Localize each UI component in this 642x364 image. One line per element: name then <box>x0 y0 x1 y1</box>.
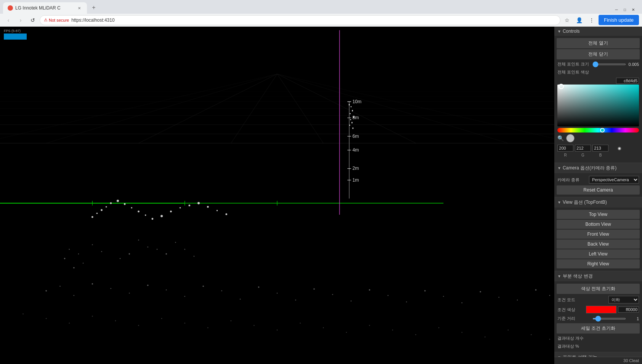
svg-point-65 <box>92 283 93 285</box>
svg-point-87 <box>498 297 499 298</box>
condition-color-row: 조건 색상 <box>554 305 642 315</box>
svg-point-111 <box>46 318 47 319</box>
color-gradient-picker[interactable] <box>557 85 639 126</box>
color-reset-button[interactable]: 색상 전체 초기화 <box>557 284 640 294</box>
camera-section: ▼ Camera 옵션(카메라 종류) 카메라 종류 PerspectiveCa… <box>554 163 642 197</box>
right-view-button[interactable]: Right View <box>557 259 640 268</box>
blue-input[interactable] <box>592 145 608 152</box>
svg-point-54 <box>148 246 148 247</box>
back-button[interactable]: ‹ <box>3 15 14 26</box>
condition-mode-select[interactable]: 이하 이상 같음 <box>608 296 639 303</box>
front-view-button[interactable]: Front View <box>557 230 640 239</box>
svg-point-59 <box>175 242 176 243</box>
svg-point-121 <box>277 330 278 330</box>
finish-update-button[interactable]: Finish update <box>599 15 639 25</box>
svg-point-53 <box>138 239 139 240</box>
svg-point-88 <box>517 300 518 300</box>
svg-point-96 <box>117 200 119 202</box>
all-close-button[interactable]: 전체 닫기 <box>557 49 640 59</box>
forward-button[interactable]: › <box>15 15 26 26</box>
svg-point-80 <box>369 289 371 291</box>
3d-viewport[interactable]: FPS (5-87) <box>0 27 554 364</box>
view-section-body: Top View Bottom View Front View Back Vie… <box>554 208 642 271</box>
svg-point-48 <box>64 258 66 259</box>
eyedropper-row: 🔍 <box>557 134 639 142</box>
top-view-button[interactable]: Top View <box>557 210 640 219</box>
address-bar[interactable]: ⚠ Not secure https://localhost:4310 <box>40 15 560 25</box>
scene-canvas[interactable]: 10m 8m 6m 4m 2m 1m <box>0 27 554 364</box>
svg-point-132 <box>531 334 531 335</box>
svg-point-84 <box>443 296 444 297</box>
camera-type-label: 카메라 종류 <box>557 177 587 183</box>
svg-point-98 <box>131 207 133 209</box>
eyedropper-icon[interactable]: 🔍 <box>557 135 564 141</box>
profile-icon[interactable]: 👤 <box>574 15 585 26</box>
controls-body: 전체 열기 전체 닫기 전체 포인트 크기 0.005 전체 포인트 색상 <box>554 36 642 163</box>
svg-point-85 <box>461 302 462 303</box>
color-change-header[interactable]: ▼ 부분 색상 변경 <box>554 271 642 281</box>
svg-point-69 <box>166 289 167 290</box>
base-distance-label: 기준 거리 <box>557 316 591 321</box>
new-tab-button[interactable]: + <box>88 2 99 13</box>
hue-bar[interactable] <box>557 128 639 133</box>
point-size-slider[interactable] <box>592 64 626 65</box>
svg-point-123 <box>323 327 324 328</box>
red-input[interactable] <box>557 145 573 152</box>
detail-reset-button[interactable]: 세밀 조건 초기화 <box>557 323 640 334</box>
back-view-button[interactable]: Back View <box>557 239 640 249</box>
bookmark-star-icon[interactable]: ☆ <box>562 15 573 26</box>
svg-point-113 <box>92 316 93 316</box>
camera-section-body: 카메라 종류 PerspectiveCamera OrthographicCam… <box>554 173 642 197</box>
condition-color-hex-input[interactable] <box>618 307 639 313</box>
active-tab[interactable]: LG Innotek MLiDAR C ✕ <box>3 2 87 14</box>
color-hex-input[interactable] <box>616 78 639 84</box>
green-input[interactable] <box>575 145 591 152</box>
controls-title: Controls <box>563 29 580 34</box>
svg-point-119 <box>231 320 231 321</box>
minimize-button[interactable]: ─ <box>614 7 619 12</box>
svg-point-49 <box>92 244 93 245</box>
controls-header[interactable]: ▼ Controls <box>554 27 642 36</box>
svg-point-99 <box>138 211 140 212</box>
refresh-button[interactable]: ↺ <box>27 15 38 26</box>
svg-point-130 <box>485 337 485 337</box>
bottom-view-button[interactable]: Bottom View <box>557 220 640 229</box>
camera-type-select[interactable]: PerspectiveCamera OrthographicCamera <box>589 176 639 184</box>
svg-point-100 <box>145 214 146 216</box>
close-window-button[interactable]: ✕ <box>631 7 636 12</box>
svg-point-83 <box>424 290 426 292</box>
svg-point-86 <box>480 291 481 292</box>
reset-camera-button[interactable]: Reset Camera <box>557 185 640 195</box>
svg-point-67 <box>129 293 130 294</box>
svg-point-56 <box>120 258 120 259</box>
point-size-value: 0.005 <box>628 62 639 67</box>
tab-close-button[interactable]: ✕ <box>76 5 82 11</box>
svg-point-55 <box>128 253 130 255</box>
color-picker-area: 🔍 ◉ R G B <box>554 76 642 161</box>
svg-rect-41 <box>353 117 355 118</box>
svg-point-106 <box>197 202 200 204</box>
color-preview-circle[interactable] <box>566 134 575 142</box>
base-distance-row: 기준 거리 1 <box>554 315 642 322</box>
tab-bar: LG Innotek MLiDAR C ✕ + ─ □ ✕ <box>0 0 642 14</box>
left-view-button[interactable]: Left View <box>557 249 640 259</box>
color-picker-handle[interactable] <box>559 84 564 89</box>
rgb-labels-row: R G B <box>557 152 639 158</box>
view-section-header[interactable]: ▼ View 옵션 (TopFontB) <box>554 197 642 208</box>
svg-point-122 <box>300 322 300 323</box>
b-label: B <box>592 153 608 157</box>
all-open-button[interactable]: 전체 열기 <box>557 38 640 48</box>
point-size-row: 전체 포인트 크기 0.005 <box>554 60 642 68</box>
alpha-symbol[interactable]: ◉ <box>610 146 621 151</box>
result-count-label: 결과대상 개수 <box>557 335 639 341</box>
camera-section-header[interactable]: ▼ Camera 옵션(카메라 종류) <box>554 163 642 173</box>
svg-point-124 <box>346 332 347 333</box>
maximize-button[interactable]: □ <box>622 7 628 12</box>
svg-point-126 <box>392 330 393 330</box>
svg-point-109 <box>225 213 227 215</box>
condition-color-swatch[interactable] <box>586 306 616 313</box>
svg-point-50 <box>101 251 102 252</box>
hue-handle[interactable] <box>600 128 605 133</box>
extensions-icon[interactable]: ⋮ <box>586 15 597 26</box>
base-distance-slider[interactable] <box>592 318 626 319</box>
